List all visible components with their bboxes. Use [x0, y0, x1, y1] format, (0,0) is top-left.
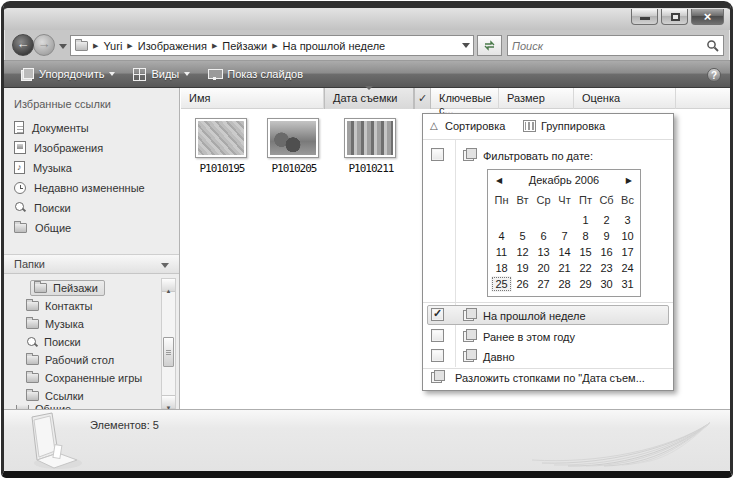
photo-thumbnail: [267, 118, 319, 158]
calendar-day-focused[interactable]: 25: [491, 276, 512, 292]
last-week-label[interactable]: На прошлой неделе: [483, 310, 586, 322]
next-month-button[interactable]: ▶: [626, 176, 632, 185]
tree-item-contacts[interactable]: Контакты: [22, 297, 100, 315]
minimize-button[interactable]: [631, 9, 658, 25]
maximize-button[interactable]: [661, 9, 688, 25]
breadcrumb-item-pictures[interactable]: Изображения: [138, 40, 207, 52]
tree-item-label: Контакты: [45, 300, 93, 312]
tree-item-links[interactable]: Ссылки: [22, 387, 91, 405]
calendar-day[interactable]: 5: [512, 228, 533, 244]
stack-by-date-action[interactable]: Разложить стопками по "Дата съем...: [423, 366, 673, 390]
calendar-day[interactable]: 13: [533, 244, 554, 260]
calendar-day[interactable]: 6: [533, 228, 554, 244]
calendar-day[interactable]: 8: [575, 228, 596, 244]
calendar-day[interactable]: 28: [554, 276, 575, 292]
file-item[interactable]: P1010195: [195, 118, 249, 175]
slideshow-label: Показ слайдов: [227, 68, 303, 80]
long-ago-label[interactable]: Давно: [483, 351, 515, 363]
sidebar-item-music[interactable]: Музыка: [4, 158, 179, 177]
views-button[interactable]: Виды: [124, 63, 199, 85]
tree-item-saved-games[interactable]: Сохраненные игры: [22, 369, 149, 387]
calendar-day[interactable]: 19: [512, 260, 533, 276]
column-header-rating[interactable]: Оценка: [574, 88, 676, 109]
calendar-day[interactable]: 9: [596, 228, 617, 244]
calendar-day[interactable]: 12: [512, 244, 533, 260]
calendar-day[interactable]: 21: [554, 260, 575, 276]
filter-by-date-checkbox[interactable]: [431, 148, 444, 161]
tree-item-landscapes[interactable]: Пейзажи: [30, 279, 105, 297]
column-header-date-taken[interactable]: Дата съемки: [324, 88, 414, 109]
long-ago-checkbox[interactable]: [431, 349, 444, 362]
calendar-day[interactable]: 2: [596, 212, 617, 228]
breadcrumb-item-yuri[interactable]: Yuri: [103, 40, 122, 52]
recent-pages-chevron-icon[interactable]: [59, 44, 67, 49]
slideshow-button[interactable]: Показ слайдов: [199, 63, 312, 85]
sidebar-item-recent[interactable]: Недавно измененные: [4, 178, 179, 197]
calendar-day[interactable]: 26: [512, 276, 533, 292]
search-input[interactable]: [512, 37, 692, 54]
tree-item-music[interactable]: Музыка: [22, 315, 91, 333]
calendar-day[interactable]: 10: [617, 228, 638, 244]
earlier-this-year-label[interactable]: Ранее в этом году: [483, 331, 575, 343]
scroll-down-button[interactable]: ▼: [162, 395, 175, 408]
sidebar-item-public[interactable]: Общие: [4, 218, 179, 237]
column-header-keywords[interactable]: Ключевые с...: [431, 88, 499, 109]
sort-triangle-icon: △: [430, 120, 438, 131]
calendar-day[interactable]: 15: [575, 244, 596, 260]
breadcrumb-item-landscapes[interactable]: Пейзажи: [222, 40, 267, 52]
calendar-day[interactable]: 16: [596, 244, 617, 260]
filter-option-long-ago[interactable]: [423, 347, 673, 367]
tree-scrollbar[interactable]: ▲ ▼: [161, 278, 176, 409]
calendar-day[interactable]: 14: [554, 244, 575, 260]
organize-button[interactable]: Упорядочить: [12, 63, 124, 85]
calendar-day[interactable]: 22: [575, 260, 596, 276]
close-button[interactable]: ×: [691, 9, 724, 25]
scrollbar-thumb[interactable]: [163, 337, 174, 367]
calendar-day[interactable]: 7: [554, 228, 575, 244]
column-header-size[interactable]: Размер: [499, 88, 574, 109]
column-header-filter-check[interactable]: ✓: [414, 88, 431, 109]
tree-item-searches[interactable]: Поиски: [22, 333, 88, 351]
calendar-day[interactable]: 3: [617, 212, 638, 228]
scroll-up-button[interactable]: ▲: [162, 279, 175, 292]
sidebar-item-pictures[interactable]: Изображения: [4, 138, 179, 157]
views-dropdown-icon: [184, 72, 190, 76]
music-folder-icon: [26, 319, 39, 329]
calendar-day[interactable]: 20: [533, 260, 554, 276]
crumb-separator-icon: ▶: [127, 42, 132, 50]
refresh-button[interactable]: [477, 35, 502, 56]
folders-band[interactable]: Папки: [4, 254, 179, 274]
calendar-day[interactable]: 18: [491, 260, 512, 276]
column-header-name[interactable]: Имя: [181, 88, 324, 109]
calendar-day[interactable]: 1: [575, 212, 596, 228]
tree-item-label: Рабочий стол: [45, 354, 114, 366]
group-option[interactable]: Группировка: [541, 120, 605, 132]
breadcrumb-item-last-week[interactable]: На прошлой неделе: [283, 40, 386, 52]
earlier-this-year-checkbox[interactable]: [431, 329, 444, 342]
sort-option[interactable]: Сортировка: [445, 120, 505, 132]
filter-by-date-label[interactable]: Фильтровать по дате:: [483, 150, 593, 162]
tree-item-desktop[interactable]: Рабочий стол: [22, 351, 121, 369]
file-item[interactable]: P1010211: [344, 118, 398, 175]
stack-icon: [431, 370, 445, 383]
file-item[interactable]: P1010205: [267, 118, 321, 175]
address-breadcrumb-bar[interactable]: ▶ Yuri ▶ Изображения ▶ Пейзажи ▶ На прош…: [70, 35, 474, 56]
last-week-checkbox[interactable]: [431, 308, 444, 321]
calendar-day[interactable]: 11: [491, 244, 512, 260]
calendar-day[interactable]: 23: [596, 260, 617, 276]
sidebar-item-documents[interactable]: Документы: [4, 118, 179, 137]
help-button[interactable]: ?: [707, 68, 721, 82]
calendar-day[interactable]: 29: [575, 276, 596, 292]
calendar-day[interactable]: 17: [617, 244, 638, 260]
forward-button[interactable]: →: [33, 34, 55, 56]
address-dropdown-icon[interactable]: [462, 43, 470, 48]
calendar-day[interactable]: 30: [596, 276, 617, 292]
calendar-day[interactable]: 31: [617, 276, 638, 292]
sidebar-item-searches[interactable]: Поиски: [4, 198, 179, 217]
calendar-day[interactable]: 27: [533, 276, 554, 292]
back-button[interactable]: ←: [12, 34, 34, 56]
maximize-icon: [671, 13, 680, 21]
minimize-icon: [640, 17, 650, 20]
calendar-day[interactable]: 4: [491, 228, 512, 244]
calendar-day[interactable]: 24: [617, 260, 638, 276]
